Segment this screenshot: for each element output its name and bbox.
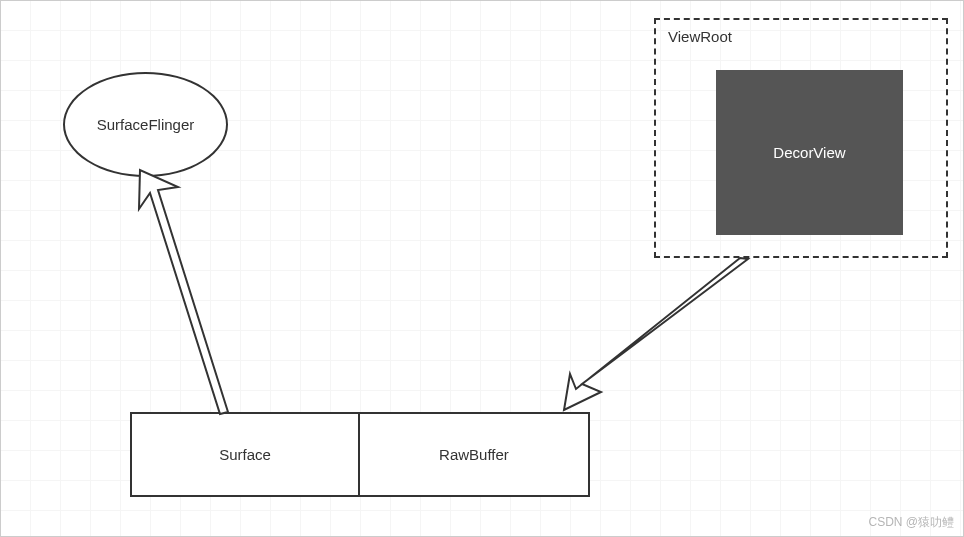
surfaceflinger-label: SurfaceFlinger xyxy=(97,116,195,133)
decorview-label: DecorView xyxy=(773,144,845,161)
surfaceflinger-ellipse: SurfaceFlinger xyxy=(63,72,228,177)
svg-marker-1 xyxy=(564,258,748,410)
arrow-decorview-to-rawbuffer xyxy=(564,258,748,410)
watermark-text: CSDN @猿叻鳢 xyxy=(868,514,954,531)
rawbuffer-label: RawBuffer xyxy=(439,446,509,463)
rawbuffer-box: RawBuffer xyxy=(360,412,590,497)
viewroot-container: ViewRoot DecorView xyxy=(654,18,948,258)
buffer-row: Surface RawBuffer xyxy=(130,412,590,497)
svg-marker-0 xyxy=(139,170,228,414)
surface-box: Surface xyxy=(130,412,360,497)
arrow-surface-to-flinger xyxy=(139,170,228,414)
viewroot-label: ViewRoot xyxy=(668,28,732,45)
surface-label: Surface xyxy=(219,446,271,463)
decorview-box: DecorView xyxy=(716,70,903,235)
